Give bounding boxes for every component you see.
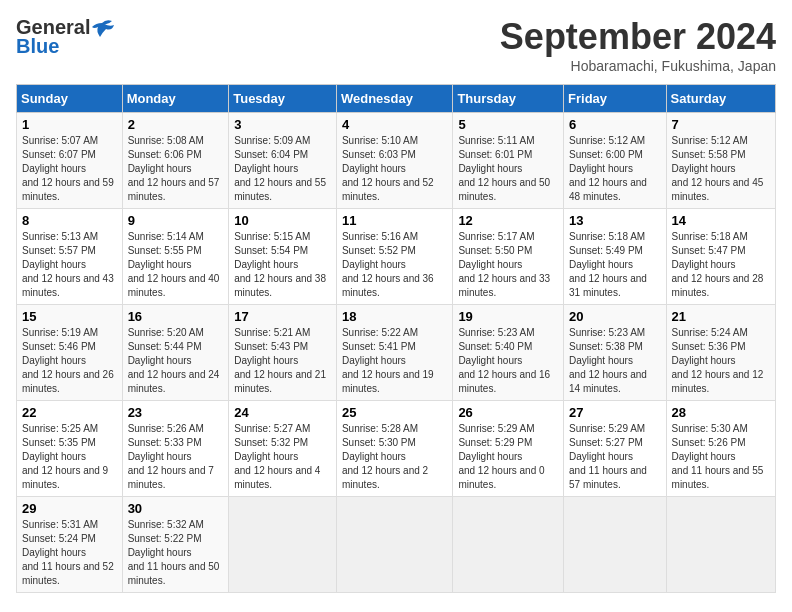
logo-bird-icon [92,19,114,37]
day-info: Sunrise: 5:20 AMSunset: 5:44 PMDaylight … [128,327,220,394]
calendar-day-cell: 24 Sunrise: 5:27 AMSunset: 5:32 PMDaylig… [229,401,337,497]
day-number: 28 [672,405,770,420]
day-number: 9 [128,213,224,228]
day-info: Sunrise: 5:30 AMSunset: 5:26 PMDaylight … [672,423,764,490]
calendar-day-cell: 1 Sunrise: 5:07 AMSunset: 6:07 PMDayligh… [17,113,123,209]
day-number: 17 [234,309,331,324]
day-info: Sunrise: 5:24 AMSunset: 5:36 PMDaylight … [672,327,764,394]
day-info: Sunrise: 5:22 AMSunset: 5:41 PMDaylight … [342,327,434,394]
weekday-header-row: SundayMondayTuesdayWednesdayThursdayFrid… [17,85,776,113]
logo: General Blue [16,16,114,58]
day-number: 19 [458,309,558,324]
day-info: Sunrise: 5:18 AMSunset: 5:49 PMDaylight … [569,231,647,298]
day-info: Sunrise: 5:26 AMSunset: 5:33 PMDaylight … [128,423,214,490]
day-number: 1 [22,117,117,132]
calendar-day-cell: 20 Sunrise: 5:23 AMSunset: 5:38 PMDaylig… [564,305,667,401]
calendar-day-cell: 15 Sunrise: 5:19 AMSunset: 5:46 PMDaylig… [17,305,123,401]
calendar-day-cell: 21 Sunrise: 5:24 AMSunset: 5:36 PMDaylig… [666,305,775,401]
day-info: Sunrise: 5:18 AMSunset: 5:47 PMDaylight … [672,231,764,298]
day-info: Sunrise: 5:27 AMSunset: 5:32 PMDaylight … [234,423,320,490]
calendar-week-row: 22 Sunrise: 5:25 AMSunset: 5:35 PMDaylig… [17,401,776,497]
location-subtitle: Hobaramachi, Fukushima, Japan [500,58,776,74]
day-number: 22 [22,405,117,420]
calendar-day-cell: 16 Sunrise: 5:20 AMSunset: 5:44 PMDaylig… [122,305,229,401]
day-info: Sunrise: 5:19 AMSunset: 5:46 PMDaylight … [22,327,114,394]
day-number: 12 [458,213,558,228]
day-info: Sunrise: 5:31 AMSunset: 5:24 PMDaylight … [22,519,114,586]
day-number: 6 [569,117,661,132]
day-number: 7 [672,117,770,132]
calendar-day-cell: 12 Sunrise: 5:17 AMSunset: 5:50 PMDaylig… [453,209,564,305]
day-number: 25 [342,405,447,420]
day-number: 11 [342,213,447,228]
calendar-day-cell: 18 Sunrise: 5:22 AMSunset: 5:41 PMDaylig… [336,305,452,401]
calendar-day-cell [336,497,452,593]
calendar-day-cell: 26 Sunrise: 5:29 AMSunset: 5:29 PMDaylig… [453,401,564,497]
calendar-day-cell [564,497,667,593]
calendar-day-cell: 9 Sunrise: 5:14 AMSunset: 5:55 PMDayligh… [122,209,229,305]
day-info: Sunrise: 5:23 AMSunset: 5:40 PMDaylight … [458,327,550,394]
month-title: September 2024 [500,16,776,58]
weekday-header: Saturday [666,85,775,113]
day-info: Sunrise: 5:10 AMSunset: 6:03 PMDaylight … [342,135,434,202]
calendar-day-cell: 2 Sunrise: 5:08 AMSunset: 6:06 PMDayligh… [122,113,229,209]
day-info: Sunrise: 5:11 AMSunset: 6:01 PMDaylight … [458,135,550,202]
calendar-day-cell: 10 Sunrise: 5:15 AMSunset: 5:54 PMDaylig… [229,209,337,305]
calendar-day-cell: 30 Sunrise: 5:32 AMSunset: 5:22 PMDaylig… [122,497,229,593]
calendar-day-cell: 7 Sunrise: 5:12 AMSunset: 5:58 PMDayligh… [666,113,775,209]
day-number: 4 [342,117,447,132]
weekday-header: Tuesday [229,85,337,113]
day-number: 3 [234,117,331,132]
calendar-day-cell: 14 Sunrise: 5:18 AMSunset: 5:47 PMDaylig… [666,209,775,305]
calendar-week-row: 15 Sunrise: 5:19 AMSunset: 5:46 PMDaylig… [17,305,776,401]
day-info: Sunrise: 5:29 AMSunset: 5:29 PMDaylight … [458,423,544,490]
day-number: 15 [22,309,117,324]
day-number: 26 [458,405,558,420]
calendar-day-cell: 19 Sunrise: 5:23 AMSunset: 5:40 PMDaylig… [453,305,564,401]
day-info: Sunrise: 5:25 AMSunset: 5:35 PMDaylight … [22,423,108,490]
calendar-week-row: 29 Sunrise: 5:31 AMSunset: 5:24 PMDaylig… [17,497,776,593]
day-info: Sunrise: 5:12 AMSunset: 5:58 PMDaylight … [672,135,764,202]
day-info: Sunrise: 5:32 AMSunset: 5:22 PMDaylight … [128,519,220,586]
day-number: 23 [128,405,224,420]
day-info: Sunrise: 5:08 AMSunset: 6:06 PMDaylight … [128,135,220,202]
calendar-day-cell [229,497,337,593]
weekday-header: Friday [564,85,667,113]
day-number: 20 [569,309,661,324]
day-number: 16 [128,309,224,324]
calendar-day-cell: 28 Sunrise: 5:30 AMSunset: 5:26 PMDaylig… [666,401,775,497]
day-info: Sunrise: 5:21 AMSunset: 5:43 PMDaylight … [234,327,326,394]
title-area: September 2024 Hobaramachi, Fukushima, J… [500,16,776,74]
day-info: Sunrise: 5:12 AMSunset: 6:00 PMDaylight … [569,135,647,202]
weekday-header: Wednesday [336,85,452,113]
day-number: 2 [128,117,224,132]
day-number: 29 [22,501,117,516]
day-number: 13 [569,213,661,228]
day-info: Sunrise: 5:14 AMSunset: 5:55 PMDaylight … [128,231,220,298]
day-number: 30 [128,501,224,516]
day-number: 18 [342,309,447,324]
day-info: Sunrise: 5:17 AMSunset: 5:50 PMDaylight … [458,231,550,298]
calendar-day-cell: 23 Sunrise: 5:26 AMSunset: 5:33 PMDaylig… [122,401,229,497]
calendar-day-cell: 8 Sunrise: 5:13 AMSunset: 5:57 PMDayligh… [17,209,123,305]
calendar-day-cell: 17 Sunrise: 5:21 AMSunset: 5:43 PMDaylig… [229,305,337,401]
weekday-header: Sunday [17,85,123,113]
day-info: Sunrise: 5:16 AMSunset: 5:52 PMDaylight … [342,231,434,298]
day-number: 27 [569,405,661,420]
logo-blue-text: Blue [16,35,59,58]
calendar-week-row: 8 Sunrise: 5:13 AMSunset: 5:57 PMDayligh… [17,209,776,305]
day-info: Sunrise: 5:07 AMSunset: 6:07 PMDaylight … [22,135,114,202]
day-number: 24 [234,405,331,420]
calendar-day-cell: 22 Sunrise: 5:25 AMSunset: 5:35 PMDaylig… [17,401,123,497]
day-number: 14 [672,213,770,228]
day-number: 21 [672,309,770,324]
weekday-header: Thursday [453,85,564,113]
calendar-day-cell [453,497,564,593]
calendar-day-cell: 3 Sunrise: 5:09 AMSunset: 6:04 PMDayligh… [229,113,337,209]
day-number: 8 [22,213,117,228]
day-info: Sunrise: 5:15 AMSunset: 5:54 PMDaylight … [234,231,326,298]
calendar-day-cell: 29 Sunrise: 5:31 AMSunset: 5:24 PMDaylig… [17,497,123,593]
day-info: Sunrise: 5:13 AMSunset: 5:57 PMDaylight … [22,231,114,298]
day-info: Sunrise: 5:28 AMSunset: 5:30 PMDaylight … [342,423,428,490]
calendar-day-cell: 25 Sunrise: 5:28 AMSunset: 5:30 PMDaylig… [336,401,452,497]
